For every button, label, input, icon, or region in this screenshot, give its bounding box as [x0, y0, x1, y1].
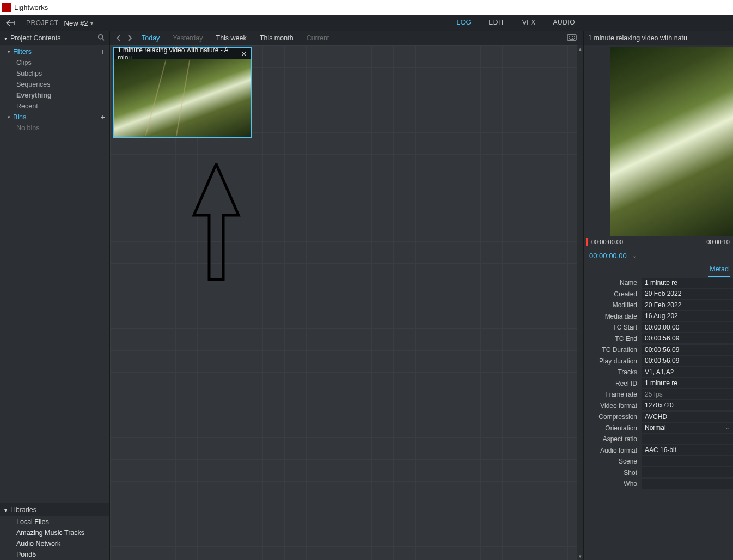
meta-key: Play duration: [584, 357, 642, 365]
chevron-down-icon: ⌄: [632, 253, 637, 259]
tab-audio[interactable]: AUDIO: [552, 14, 576, 32]
svg-point-0: [99, 34, 103, 39]
workspace-tabs: LOG EDIT VFX AUDIO: [455, 14, 729, 32]
meta-value[interactable]: 00:00:00.00: [642, 322, 733, 333]
meta-value[interactable]: [642, 434, 733, 445]
vertical-scrollbar[interactable]: ▴ ▾: [577, 45, 583, 560]
scroll-down-icon[interactable]: ▾: [577, 552, 583, 560]
library-pond5[interactable]: Pond5: [0, 549, 109, 560]
sidebar-item-everything[interactable]: Everything: [0, 90, 109, 101]
bins-group[interactable]: ▾ Bins +: [0, 112, 109, 123]
keyboard-icon[interactable]: [567, 34, 577, 42]
tab-vfx[interactable]: VFX: [521, 14, 537, 32]
meta-value[interactable]: [642, 467, 733, 478]
meta-value[interactable]: 16 Aug 202: [642, 311, 733, 321]
meta-value[interactable]: 20 Feb 2022: [642, 300, 733, 311]
meta-key: Shot: [584, 469, 642, 477]
meta-row: Modified20 Feb 2022: [584, 300, 733, 311]
meta-row: TC End00:00:56.09: [584, 333, 733, 345]
meta-value[interactable]: 1 minute re: [642, 378, 733, 388]
meta-value[interactable]: Normal⌄: [642, 423, 733, 433]
library-amazing-music[interactable]: Amazing Music Tracks: [0, 527, 109, 538]
add-bin-button[interactable]: +: [101, 113, 105, 121]
meta-row: Video format1270x720: [584, 400, 733, 412]
meta-value[interactable]: 1 minute re: [642, 278, 733, 288]
search-icon[interactable]: [97, 34, 105, 43]
meta-value[interactable]: 25 fps: [642, 389, 733, 400]
sidebar: ▾ Project Contents ▾ Filters + Clips Sub…: [0, 31, 110, 560]
libraries-header[interactable]: ▾ Libraries: [0, 503, 109, 516]
libraries-label: Libraries: [10, 506, 36, 514]
filter-current[interactable]: Current: [301, 34, 335, 42]
bins-label: Bins: [13, 113, 26, 121]
meta-row: Audio formatAAC 16-bit: [584, 445, 733, 456]
meta-row: Created20 Feb 2022: [584, 289, 733, 300]
scroll-up-icon[interactable]: ▴: [577, 45, 583, 53]
clip-image: [114, 59, 251, 137]
meta-row: Scene: [584, 456, 733, 467]
meta-key: TC Start: [584, 324, 642, 331]
meta-row: Shot: [584, 467, 733, 479]
meta-row: Reel ID1 minute re: [584, 378, 733, 389]
project-name-dropdown[interactable]: New #2 ▾: [64, 19, 93, 27]
filter-today[interactable]: Today: [136, 34, 165, 42]
sidebar-item-recent[interactable]: Recent: [0, 101, 109, 112]
meta-value[interactable]: 00:00:56.09: [642, 345, 733, 355]
meta-value[interactable]: AVCHD: [642, 412, 733, 422]
tc-ruler-end: 00:00:10: [706, 239, 730, 245]
project-contents-header[interactable]: ▾ Project Contents: [0, 31, 109, 45]
metadata-tabs: Metad: [584, 263, 733, 277]
filter-yesterday[interactable]: Yesterday: [167, 34, 208, 42]
app-title: Lightworks: [14, 3, 48, 11]
tab-log[interactable]: LOG: [455, 14, 472, 32]
chevron-down-icon: ▾: [8, 49, 10, 54]
meta-value[interactable]: V1, A1,A2: [642, 367, 733, 378]
metadata-tab[interactable]: Metad: [708, 263, 730, 277]
meta-value[interactable]: 00:00:56.09: [642, 356, 733, 366]
sidebar-item-subclips[interactable]: Subclips: [0, 68, 109, 79]
library-audio-network[interactable]: Audio Network: [0, 538, 109, 549]
meta-key: Compression: [584, 413, 642, 421]
meta-value[interactable]: [642, 479, 733, 489]
current-tc-value: 00:00:00.00: [589, 252, 627, 260]
annotation-arrow-icon: [192, 163, 241, 283]
meta-value[interactable]: AAC 16-bit: [642, 445, 733, 455]
preview-viewport[interactable]: [610, 47, 733, 236]
meta-value[interactable]: 1270x720: [642, 400, 733, 411]
meta-row: CompressionAVCHD: [584, 411, 733, 423]
meta-row: Aspect ratio: [584, 434, 733, 445]
meta-value[interactable]: 20 Feb 2022: [642, 289, 733, 299]
nav-prev-button[interactable]: [114, 35, 123, 41]
meta-value[interactable]: [642, 456, 733, 467]
close-icon[interactable]: ✕: [241, 50, 247, 58]
tab-edit[interactable]: EDIT: [487, 14, 505, 32]
clip-grid[interactable]: 1 minute relaxing video with nature - A …: [110, 45, 583, 560]
library-local-files[interactable]: Local Files: [0, 516, 109, 527]
add-filter-button[interactable]: +: [101, 47, 105, 56]
meta-key: Orientation: [584, 424, 642, 432]
playhead-marker-icon[interactable]: [586, 238, 588, 246]
inspector-panel: 1 minute relaxing video with natu 00:00:…: [583, 31, 733, 560]
timecode-ruler[interactable]: 00:00:00.00 00:00:10: [584, 236, 733, 248]
top-nav: PROJECT New #2 ▾ LOG EDIT VFX AUDIO: [0, 15, 733, 31]
clip-thumbnail[interactable]: 1 minute relaxing video with nature - A …: [113, 47, 252, 138]
inspector-title: 1 minute relaxing video with natu: [584, 31, 733, 45]
meta-row: Media date16 Aug 202: [584, 311, 733, 322]
meta-key: Scene: [584, 458, 642, 465]
meta-value[interactable]: 00:00:56.09: [642, 333, 733, 344]
project-label: PROJECT: [26, 19, 59, 27]
sidebar-item-clips[interactable]: Clips: [0, 57, 109, 68]
filters-label: Filters: [13, 48, 32, 56]
filter-this-week[interactable]: This week: [211, 34, 252, 42]
sidebar-item-sequences[interactable]: Sequences: [0, 79, 109, 90]
tc-ruler-start: 00:00:00.00: [591, 239, 623, 245]
filters-group[interactable]: ▾ Filters +: [0, 46, 109, 57]
current-timecode[interactable]: 00:00:00.00 ⌄: [584, 248, 733, 263]
meta-row: Who: [584, 478, 733, 490]
filter-this-month[interactable]: This month: [254, 34, 299, 42]
chevron-down-icon: ▾: [4, 507, 7, 513]
nav-next-button[interactable]: [125, 35, 134, 41]
back-button[interactable]: [4, 17, 19, 28]
meta-key: TC Duration: [584, 346, 642, 354]
metadata-grid: Name1 minute reCreated20 Feb 2022Modifie…: [584, 277, 733, 490]
